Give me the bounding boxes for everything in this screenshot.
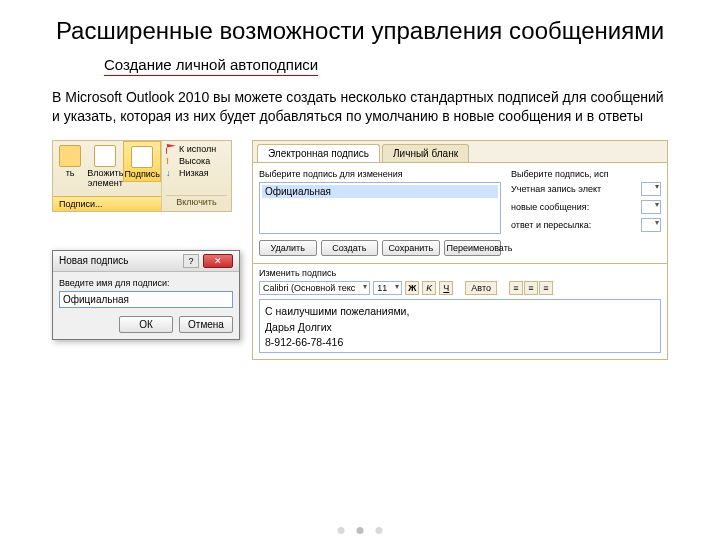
priority-high-label: К исполн xyxy=(179,144,216,154)
exclaim-orange-icon: ! xyxy=(166,156,176,166)
sig-line2: Дарья Долгих xyxy=(265,320,655,336)
align-center-button[interactable]: ≡ xyxy=(524,281,538,295)
rename-button[interactable]: Переименовать xyxy=(444,240,502,256)
reply-forward-label: ответ и пересылка: xyxy=(511,220,637,230)
underline-button[interactable]: Ч xyxy=(439,281,453,295)
priority-med-label: Высока xyxy=(179,156,210,166)
ribbon-attach-label: ть xyxy=(53,168,87,178)
priority-med[interactable]: !Высока xyxy=(166,156,227,166)
account-label: Учетная запись элект xyxy=(511,184,637,194)
cancel-button[interactable]: Отмена xyxy=(179,316,233,333)
italic-button[interactable]: K xyxy=(422,281,436,295)
signature-dropdown-item[interactable]: Подписи... xyxy=(53,196,161,211)
ribbon-insert-label: Вложить элемент xyxy=(87,168,123,188)
signature-name-input[interactable] xyxy=(59,291,233,308)
signature-settings-panel: Электронная подпись Личный бланк Выберит… xyxy=(252,140,668,360)
ribbon-group-include: Включить xyxy=(166,195,227,208)
ribbon-insert-button[interactable]: Вложить элемент xyxy=(87,141,123,190)
signature-list[interactable]: Официальная xyxy=(259,182,501,234)
insert-item-icon xyxy=(94,145,116,167)
account-combo[interactable] xyxy=(641,182,661,196)
new-messages-label: новые сообщения: xyxy=(511,202,637,212)
signature-editor[interactable]: С наилучшими пожеланиями, Дарья Долгих 8… xyxy=(259,299,661,353)
ribbon-signature-button[interactable]: Подпись xyxy=(123,141,161,182)
dot xyxy=(376,527,383,534)
bold-button[interactable]: Ж xyxy=(405,281,419,295)
priority-low[interactable]: ↓Низкая xyxy=(166,168,227,178)
tab-email-signature[interactable]: Электронная подпись xyxy=(257,144,380,162)
slide-indicator xyxy=(338,527,383,534)
align-right-button[interactable]: ≡ xyxy=(539,281,553,295)
font-combo[interactable]: Calibri (Основной текс xyxy=(259,281,370,295)
fontsize-combo[interactable]: 11 xyxy=(373,281,402,295)
delete-button[interactable]: Удалить xyxy=(259,240,317,256)
dialog-title: Новая подпись xyxy=(59,255,129,266)
slide-body: В Microsoft Outlook 2010 вы можете созда… xyxy=(52,88,668,126)
flag-red-icon xyxy=(166,144,176,154)
format-toolbar: Calibri (Основной текс 11 Ж K Ч Авто ≡ ≡… xyxy=(259,281,661,295)
new-signature-dialog: Новая подпись ? ✕ Введите имя для подпис… xyxy=(52,250,240,340)
default-signature-label: Выберите подпись, исп xyxy=(511,169,661,179)
dot xyxy=(338,527,345,534)
slide-title: Расширенные возможности управления сообщ… xyxy=(40,16,680,46)
dialog-help-button[interactable]: ? xyxy=(183,254,199,268)
sig-line3: 8-912-66-78-416 xyxy=(265,335,655,351)
select-signature-label: Выберите подпись для изменения xyxy=(259,169,501,179)
save-button[interactable]: Сохранить xyxy=(382,240,440,256)
ribbon-attach-button[interactable]: ть xyxy=(53,141,87,180)
ribbon-snippet: ть Вложить элемент Подпись Подписи... К … xyxy=(52,140,232,212)
sig-line1: С наилучшими пожеланиями, xyxy=(265,304,655,320)
reply-forward-combo[interactable] xyxy=(641,218,661,232)
arrow-down-blue-icon: ↓ xyxy=(166,168,176,178)
signature-list-item[interactable]: Официальная xyxy=(262,185,498,198)
new-button[interactable]: Создать xyxy=(321,240,379,256)
fontcolor-auto[interactable]: Авто xyxy=(465,281,497,295)
dialog-close-button[interactable]: ✕ xyxy=(203,254,233,268)
ribbon-signature-label: Подпись xyxy=(124,169,160,179)
priority-high[interactable]: К исполн xyxy=(166,144,227,154)
dot-active xyxy=(357,527,364,534)
align-left-button[interactable]: ≡ xyxy=(509,281,523,295)
priority-low-label: Низкая xyxy=(179,168,209,178)
signature-icon xyxy=(131,146,153,168)
attach-icon xyxy=(59,145,81,167)
tab-stationery[interactable]: Личный бланк xyxy=(382,144,469,162)
edit-signature-label: Изменить подпись xyxy=(259,268,661,278)
slide-subtitle: Создание личной автоподписи xyxy=(104,56,318,76)
dialog-label: Введите имя для подписи: xyxy=(59,278,233,288)
new-messages-combo[interactable] xyxy=(641,200,661,214)
ok-button[interactable]: ОК xyxy=(119,316,173,333)
